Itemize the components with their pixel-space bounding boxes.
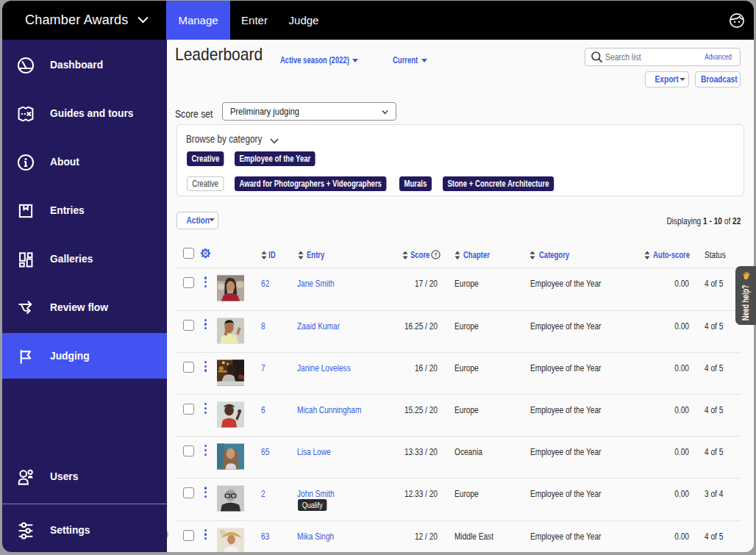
svg-text:?: ? — [434, 251, 438, 258]
